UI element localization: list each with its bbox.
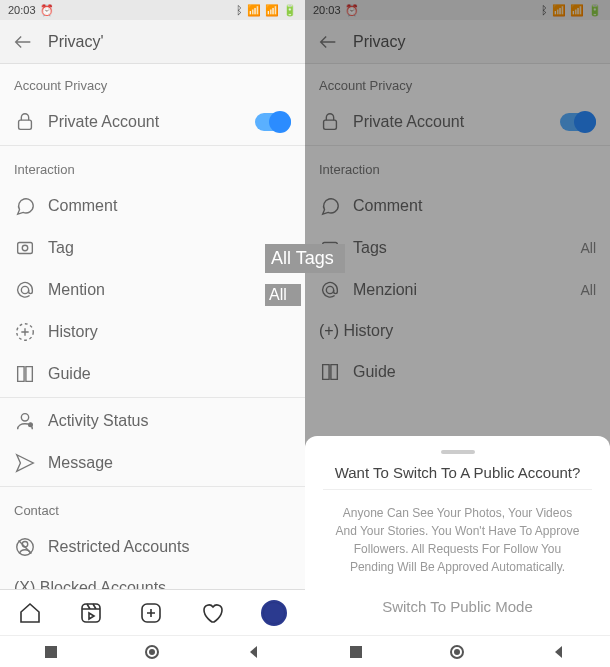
sys-back-icon[interactable] (551, 644, 567, 660)
svg-rect-11 (45, 646, 57, 658)
mention-icon (14, 279, 36, 301)
header-title: Privacy (353, 33, 405, 51)
battery-icon: 🔋 (588, 4, 602, 17)
signal-icon: 📶 (247, 4, 261, 17)
private-account-toggle[interactable] (560, 113, 596, 131)
row-tag[interactable]: Tags All (305, 227, 610, 269)
wifi-icon: 📶 (570, 4, 584, 17)
sheet-handle[interactable] (441, 450, 475, 454)
statusbar: 20:03⏰ ᛒ📶📶🔋 (305, 0, 610, 20)
row-history[interactable]: History (0, 311, 305, 353)
header: Privacy' (0, 20, 305, 64)
row-private-account[interactable]: Private Account (0, 101, 305, 143)
private-account-toggle[interactable] (255, 113, 291, 131)
svg-point-13 (149, 649, 155, 655)
blocked-label: (X) Blocked Accounts (14, 579, 291, 589)
row-comment[interactable]: Comment (305, 185, 610, 227)
tag-icon (14, 237, 36, 259)
screen-right: 20:03⏰ ᛒ📶📶🔋 Privacy Account Privacy Priv… (305, 0, 610, 667)
sys-recent-icon[interactable] (43, 644, 59, 660)
svg-rect-9 (82, 604, 100, 622)
status-time: 20:03 (313, 4, 341, 16)
alarm-icon: ⏰ (40, 4, 54, 17)
restricted-label: Restricted Accounts (48, 538, 291, 556)
svg-point-5 (21, 414, 28, 421)
sys-back-icon[interactable] (246, 644, 262, 660)
row-message[interactable]: Message (0, 442, 305, 484)
sheet-body: Anyone Can See Your Photos, Your Videos … (323, 490, 592, 590)
signal-icon: 📶 (552, 4, 566, 17)
svg-rect-14 (324, 120, 337, 129)
content: Account Privacy Private Account Interact… (0, 64, 305, 589)
add-icon[interactable] (139, 601, 163, 625)
tag-value: All (580, 240, 596, 256)
mention-label: Menzioni (353, 281, 568, 299)
section-contact: Contact (0, 489, 305, 526)
overlay-all: All (265, 284, 301, 306)
history-label: History (48, 323, 291, 341)
header-title: Privacy' (48, 33, 104, 51)
history-icon (14, 321, 36, 343)
guide-icon (14, 363, 36, 385)
row-mention[interactable]: Menzioni All (305, 269, 610, 311)
message-label: Message (48, 454, 291, 472)
alarm-icon: ⏰ (345, 4, 359, 17)
svg-point-17 (326, 286, 333, 293)
switch-public-button[interactable]: Switch To Public Mode (323, 590, 592, 615)
sys-recent-icon[interactable] (348, 644, 364, 660)
lock-icon (319, 111, 341, 133)
svg-rect-18 (350, 646, 362, 658)
row-guide[interactable]: Guide (305, 351, 610, 393)
statusbar: 20:03⏰ ᛒ📶📶🔋 (0, 0, 305, 20)
reels-icon[interactable] (79, 601, 103, 625)
row-activity-status[interactable]: Activity Status (0, 400, 305, 442)
activity-label: Activity Status (48, 412, 291, 430)
section-interaction: Interaction (0, 148, 305, 185)
profile-avatar[interactable] (261, 600, 287, 626)
bluetooth-icon: ᛒ (541, 4, 548, 16)
row-blocked[interactable]: (X) Blocked Accounts (0, 568, 305, 589)
overlay-all-tags: All Tags (265, 244, 345, 273)
row-comment[interactable]: Comment (0, 185, 305, 227)
private-account-label: Private Account (353, 113, 548, 131)
guide-label: Guide (353, 363, 596, 381)
sheet-title: Want To Switch To A Public Account? (323, 464, 592, 490)
back-icon[interactable] (317, 31, 339, 53)
comment-icon (319, 195, 341, 217)
private-account-label: Private Account (48, 113, 243, 131)
sys-home-icon[interactable] (144, 644, 160, 660)
mention-label: Mention (48, 281, 263, 299)
row-guide[interactable]: Guide (0, 353, 305, 395)
status-time: 20:03 (8, 4, 36, 16)
back-icon[interactable] (12, 31, 34, 53)
battery-icon: 🔋 (283, 4, 297, 17)
row-tag[interactable]: Tag (0, 227, 305, 269)
bottom-nav (0, 589, 305, 635)
guide-label: Guide (48, 365, 291, 383)
mention-value: All (580, 282, 596, 298)
bluetooth-icon: ᛒ (236, 4, 243, 16)
comment-label: Comment (48, 197, 291, 215)
restricted-icon (14, 536, 36, 558)
tag-label: Tags (353, 239, 568, 257)
row-restricted[interactable]: Restricted Accounts (0, 526, 305, 568)
comment-icon (14, 195, 36, 217)
bottom-sheet: Want To Switch To A Public Account? Anyo… (305, 436, 610, 635)
activity-icon (14, 410, 36, 432)
home-icon[interactable] (18, 601, 42, 625)
heart-icon[interactable] (200, 601, 224, 625)
row-mention[interactable]: Mention All (0, 269, 305, 311)
sys-nav (0, 635, 305, 667)
section-account-privacy: Account Privacy (0, 64, 305, 101)
history-label: (+) History (319, 322, 596, 340)
svg-point-3 (21, 286, 28, 293)
message-icon (14, 452, 36, 474)
row-private-account[interactable]: Private Account (305, 101, 610, 143)
wifi-icon: 📶 (265, 4, 279, 17)
guide-icon (319, 361, 341, 383)
header: Privacy (305, 20, 610, 64)
section-account-privacy: Account Privacy (305, 64, 610, 101)
sys-home-icon[interactable] (449, 644, 465, 660)
row-history[interactable]: (+) History (305, 311, 610, 351)
comment-label: Comment (353, 197, 596, 215)
